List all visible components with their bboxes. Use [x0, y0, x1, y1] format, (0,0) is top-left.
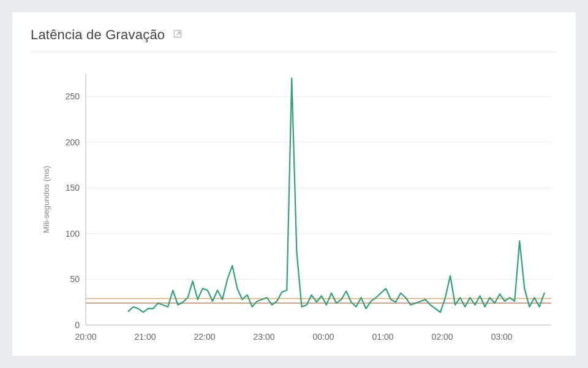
y-axis-label: Mili-segundos (ms) — [42, 166, 51, 233]
write-latency-chart[interactable]: 05010015020025020:0021:0022:0023:0000:00… — [31, 64, 557, 347]
series-write-latency — [129, 79, 545, 313]
external-link-icon[interactable] — [173, 29, 183, 41]
card-header: Latência de Gravação — [31, 27, 557, 52]
y-tick-label: 0 — [75, 320, 80, 330]
card-title: Latência de Gravação — [31, 27, 165, 43]
x-tick-label: 23:00 — [254, 332, 275, 342]
x-tick-label: 20:00 — [75, 332, 96, 342]
y-tick-label: 50 — [70, 274, 80, 284]
latency-card: Latência de Gravação 05010015020025020:0… — [12, 12, 576, 356]
x-tick-label: 21:00 — [134, 332, 156, 342]
y-tick-label: 200 — [66, 137, 80, 147]
x-tick-label: 22:00 — [194, 332, 216, 342]
y-tick-label: 150 — [66, 183, 80, 193]
x-tick-label: 02:00 — [432, 332, 453, 342]
svg-line-1 — [177, 32, 180, 35]
y-tick-label: 250 — [66, 91, 80, 101]
x-tick-label: 00:00 — [313, 332, 334, 342]
x-tick-label: 03:00 — [491, 332, 513, 342]
y-tick-label: 100 — [66, 229, 80, 239]
x-tick-label: 01:00 — [372, 332, 394, 342]
